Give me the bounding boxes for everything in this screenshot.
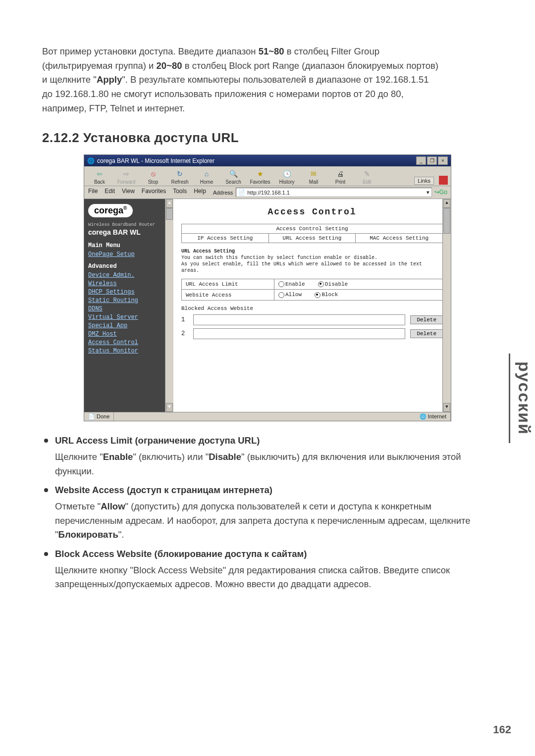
favorites-button[interactable]: ★Favorites <box>248 168 272 185</box>
menu-help[interactable]: Help <box>194 188 206 197</box>
scroll-up-icon[interactable]: ▲ <box>166 199 173 208</box>
home-button[interactable]: ⌂Home <box>194 168 219 185</box>
text: и щелкните " <box>42 74 97 85</box>
para-line: You can switch this function by select f… <box>181 255 377 260</box>
row-options: Enable Disable <box>274 279 443 290</box>
delete-button[interactable]: Delete <box>410 329 443 338</box>
tab-url[interactable]: URL Access Setting <box>269 234 356 243</box>
para-title: URL Access Setting <box>181 249 235 254</box>
address-label: Address <box>213 190 233 196</box>
sidebar-scrollbar[interactable]: ▲ ▼ <box>165 199 173 412</box>
menu-tools[interactable]: Tools <box>173 188 187 197</box>
chevron-down-icon[interactable]: ▾ <box>427 189 429 196</box>
window-title: corega BAR WL - Microsoft Internet Explo… <box>97 157 416 164</box>
router-sidebar: corega® Wireless Boardband Router corega… <box>84 199 173 412</box>
go-button[interactable]: ↪Go <box>434 189 447 196</box>
radio-disable[interactable] <box>318 281 324 287</box>
sidebar-item[interactable]: Static Routing <box>88 297 169 304</box>
text: " (включить) или " <box>133 452 209 462</box>
sidebar-item[interactable]: DDNS <box>88 305 169 312</box>
setting-title: Access Control Setting <box>181 224 443 233</box>
menu-favorites[interactable]: Favorites <box>142 188 166 197</box>
range-bold: 51~80 <box>259 46 284 56</box>
sidebar-item[interactable]: Status Monitor <box>88 348 169 354</box>
mail-button[interactable]: ✉Mail <box>301 168 326 185</box>
status-done: 📄 Done <box>84 412 114 421</box>
apply-bold: Apply <box>97 74 122 85</box>
radio-allow[interactable] <box>278 292 284 298</box>
bullet-icon <box>44 439 48 443</box>
menu-file[interactable]: File <box>88 188 98 197</box>
history-icon: 🕓 <box>281 168 292 179</box>
status-zone: 🌐 Internet <box>416 412 451 421</box>
scroll-up-icon[interactable]: ▲ <box>443 199 450 208</box>
sidebar-item[interactable]: Access Control <box>88 339 169 346</box>
links-bar[interactable]: Links <box>414 177 434 185</box>
sidebar-item[interactable]: Wireless <box>88 280 169 287</box>
options-table: URL Access Limit Enable Disable Website … <box>181 279 443 300</box>
range-bold: 20~80 <box>157 60 182 71</box>
subbrand-text: Wireless Boardband Router <box>88 222 169 227</box>
minimize-button[interactable]: _ <box>416 156 426 165</box>
scroll-thumb[interactable] <box>166 208 173 220</box>
refresh-button[interactable]: ↻Refresh <box>167 168 192 185</box>
menu-view[interactable]: View <box>122 188 135 197</box>
stop-button[interactable]: ⦸Stop <box>141 168 165 185</box>
close-button[interactable]: × <box>438 156 448 165</box>
text: например, FTP, Telnet и интернет. <box>42 103 185 113</box>
browser-menubar: File Edit View Favorites Tools Help Addr… <box>84 186 451 199</box>
delete-button[interactable]: Delete <box>410 315 443 324</box>
sidebar-item[interactable]: DHCP Settings <box>88 289 169 296</box>
content-scrollbar[interactable]: ▲ ▼ <box>442 199 451 412</box>
search-icon: 🔍 <box>228 168 239 179</box>
bullet-body: Щелкните "Enable" (включить) или "Disabl… <box>55 450 493 478</box>
maximize-button[interactable]: ❐ <box>427 156 437 165</box>
bullet-title: URL Access Limit (ограничение доступа UR… <box>55 435 260 446</box>
history-button[interactable]: 🕓History <box>274 168 299 185</box>
menu-edit[interactable]: Edit <box>105 188 115 197</box>
scroll-thumb[interactable] <box>443 208 450 234</box>
page-body: corega® Wireless Boardband Router corega… <box>84 199 451 412</box>
scroll-down-icon[interactable]: ▼ <box>166 403 173 412</box>
browser-window: 🌐 corega BAR WL - Microsoft Internet Exp… <box>84 154 451 421</box>
sidebar-item-onepage[interactable]: OnePage Setup <box>88 251 169 258</box>
back-button[interactable]: ⇦Back <box>87 168 112 185</box>
address-input[interactable]: 📄 http://192.168.1.1 ▾ <box>236 188 432 197</box>
corega-logo: corega® <box>88 204 133 217</box>
edit-button[interactable]: ✎Edit <box>355 168 379 185</box>
text: ". В результате компьютеры пользователей… <box>122 74 428 85</box>
bullet-title: Website Access (доступ к страницам интер… <box>55 485 272 495</box>
print-button[interactable]: 🖨Print <box>328 168 353 185</box>
advanced-heading: Advanced <box>88 263 169 270</box>
url-input[interactable] <box>193 314 405 325</box>
bullet-body: Щелкните кнопку "Block Access Website" д… <box>55 563 493 592</box>
sidebar-item[interactable]: DMZ Host <box>88 331 169 338</box>
scroll-down-icon[interactable]: ▼ <box>443 403 450 412</box>
sidebar-item[interactable]: Virtual Server <box>88 314 169 321</box>
sidebar-item[interactable]: Special App <box>88 322 169 329</box>
tab-mac[interactable]: MAC Access Setting <box>356 234 442 243</box>
tab-ip[interactable]: IP Access Setting <box>182 234 269 243</box>
bullet-item: Block Access Website (блокирование досту… <box>42 547 493 561</box>
router-content: Access Control Access Control Setting IP… <box>173 199 451 412</box>
radio-block[interactable] <box>315 292 321 298</box>
main-menu-heading: Main Menu <box>88 242 169 249</box>
refresh-icon: ↻ <box>174 168 185 179</box>
bullet-title: Block Access Website (блокирование досту… <box>55 549 307 559</box>
bullet-icon <box>44 488 48 492</box>
forward-icon: ⇨ <box>121 168 132 179</box>
forward-button[interactable]: ⇨Forward <box>114 168 139 185</box>
row-label: Website Access <box>182 290 274 300</box>
label: Search <box>225 179 241 185</box>
sidebar-item[interactable]: Device Admin. <box>88 272 169 279</box>
home-icon: ⌂ <box>201 168 212 179</box>
edit-icon: ✎ <box>362 168 373 179</box>
search-button[interactable]: 🔍Search <box>221 168 246 185</box>
mail-icon: ✉ <box>308 168 319 179</box>
url-input[interactable] <box>193 328 405 339</box>
text: Щелкните " <box>55 452 103 462</box>
radio-enable[interactable] <box>278 281 284 287</box>
label: Mail <box>309 179 318 185</box>
text: ". <box>118 529 124 540</box>
label: History <box>279 179 294 185</box>
